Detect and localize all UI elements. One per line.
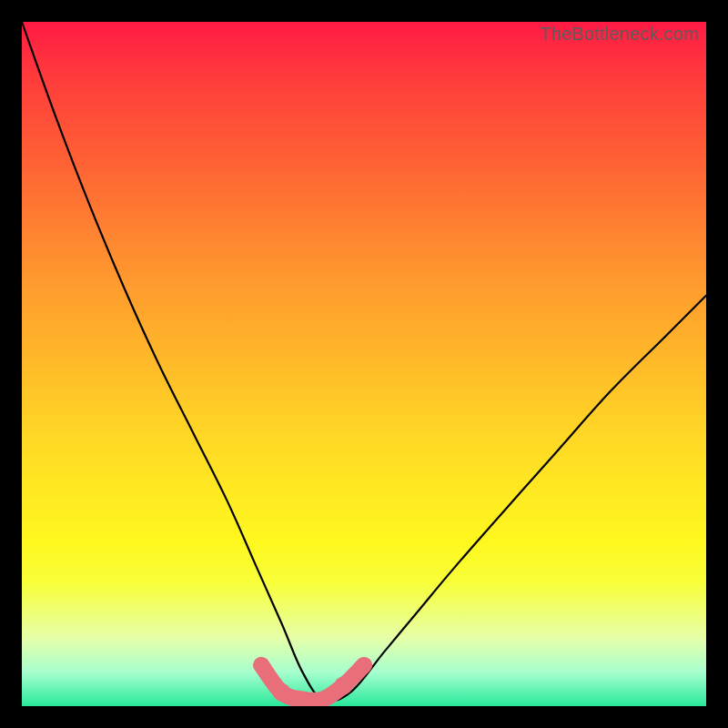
optimal-zone-dot [253, 657, 269, 673]
chart-frame: TheBottleneck.com [22, 22, 706, 706]
bottleneck-plot [22, 22, 706, 706]
watermark-label: TheBottleneck.com [540, 24, 699, 45]
optimal-zone-dot [356, 657, 372, 673]
optimal-zone-dot [334, 676, 352, 694]
optimal-zone-dot [273, 683, 291, 702]
bottleneck-curve-line [22, 22, 706, 701]
